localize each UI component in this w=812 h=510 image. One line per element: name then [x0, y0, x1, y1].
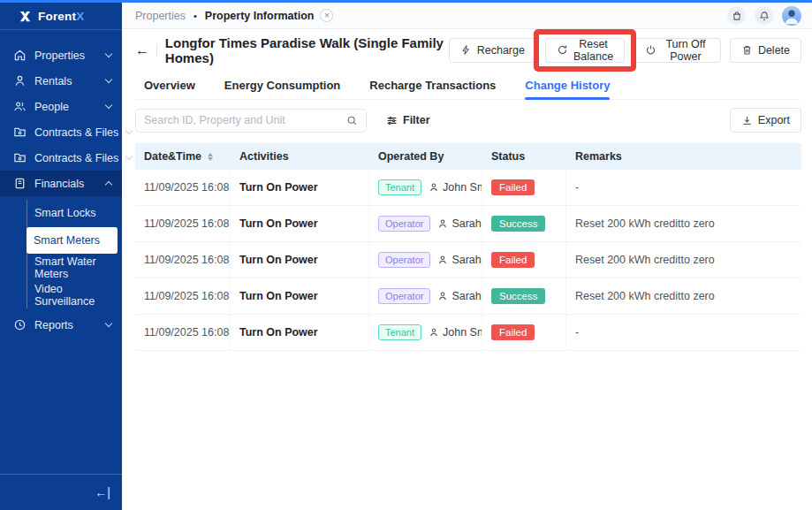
sidebar-item-label: Reports — [34, 319, 98, 331]
sidebar-item-reports[interactable]: Reports — [0, 312, 122, 338]
role-badge: Operator — [378, 252, 430, 268]
bell-icon[interactable] — [755, 6, 773, 25]
cell-status: Failed — [482, 170, 566, 205]
collapse-sidebar-icon[interactable]: ←| — [95, 485, 110, 499]
cell-datetime: 11/09/2025 16:08:01 — [135, 170, 231, 205]
operator-name: Sarah Wilson — [452, 254, 482, 266]
subitem-label: Smart Locks — [34, 207, 95, 219]
sidebar-subitem-smart-locks[interactable]: Smart Locks — [27, 200, 118, 226]
sidebar-subitem-smart-meters[interactable]: Smart Meters — [27, 227, 118, 254]
table-row[interactable]: 11/09/2025 16:08:01 Turn On Power Tenant… — [135, 315, 801, 351]
turn-off-power-button[interactable]: Turn Off Power — [634, 38, 721, 63]
role-badge: Operator — [378, 216, 430, 232]
cell-activity: Turn On Power — [231, 278, 369, 314]
reset-balance-wrapper: Reset Balance — [545, 38, 625, 63]
tab-label: Recharge Transactions — [369, 79, 496, 92]
tab-energy-consumption[interactable]: Energy Consumption — [224, 71, 340, 99]
person-icon — [13, 74, 27, 88]
chevron-up-icon — [105, 181, 112, 188]
status-badge: Success — [491, 216, 545, 232]
chevron-down-icon — [105, 102, 112, 109]
status-badge: Failed — [491, 179, 535, 195]
cell-operated-by: Operator Sarah Wilson — [369, 206, 482, 241]
breadcrumb-separator: • — [194, 11, 197, 21]
top-accent-line — [0, 0, 812, 3]
app-window: ForentX Properties Rentals — [0, 0, 812, 510]
sidebar-item-contracts-files-2[interactable]: Contracts & Files — [0, 145, 122, 171]
cell-datetime: 11/09/2025 16:08:01 — [135, 278, 231, 314]
person-icon — [437, 255, 448, 265]
sidebar-item-properties[interactable]: Properties — [0, 42, 122, 68]
sort-icon[interactable] — [208, 153, 213, 161]
sidebar-item-label: Contracts & Files — [34, 152, 118, 164]
sidebar-item-label: Properties — [34, 49, 98, 62]
toolbar: Filter Export — [135, 108, 801, 133]
export-button-label: Export — [758, 114, 790, 126]
reset-balance-button-label: Reset Balance — [573, 38, 613, 63]
column-header-activities: Activities — [231, 150, 369, 163]
back-arrow-icon[interactable]: ← — [135, 42, 149, 58]
subitem-label: Video Surveillance — [34, 283, 118, 308]
column-header-datetime[interactable]: Date&Time — [135, 150, 231, 163]
operator-name: John Smith — [443, 326, 482, 339]
sidebar-item-label: People — [34, 101, 98, 113]
table-row[interactable]: 11/09/2025 16:08:01 Turn On Power Operat… — [135, 242, 801, 278]
download-icon — [741, 115, 753, 126]
breadcrumb-active-tab[interactable]: Property Information — [205, 10, 315, 22]
breadcrumb-root[interactable]: Properties — [135, 10, 186, 22]
cell-status: Success — [482, 278, 566, 314]
cell-remarks: - — [566, 170, 801, 205]
sidebar-subitem-video-surveillance[interactable]: Video Surveillance — [27, 282, 118, 308]
cell-operated-by: Operator Sarah Wilson — [369, 242, 482, 278]
cell-operated-by: Tenant John Smith — [369, 315, 482, 350]
sidebar-subitem-smart-water-meters[interactable]: Smart Water Meters — [27, 255, 118, 281]
tab-change-history[interactable]: Change History — [525, 71, 610, 99]
reset-balance-button[interactable]: Reset Balance — [545, 38, 625, 63]
search-icon[interactable] — [346, 115, 358, 126]
role-badge: Tenant — [378, 179, 421, 195]
tab-recharge-transactions[interactable]: Recharge Transactions — [369, 71, 496, 99]
clock-icon — [13, 318, 27, 331]
sidebar-item-label: Rentals — [34, 75, 98, 88]
person-icon — [437, 291, 448, 301]
delete-button[interactable]: Delete — [730, 38, 801, 63]
people-icon — [13, 100, 27, 113]
table-row[interactable]: 11/09/2025 16:08:01 Turn On Power Operat… — [135, 278, 801, 315]
sidebar-item-people[interactable]: People — [0, 94, 122, 119]
turn-off-power-button-label: Turn Off Power — [662, 38, 710, 63]
bag-icon[interactable] — [727, 6, 746, 25]
user-avatar[interactable] — [782, 6, 801, 26]
tab-label: Overview — [144, 79, 195, 92]
role-badge: Operator — [378, 288, 430, 304]
export-button[interactable]: Export — [730, 108, 801, 133]
cell-activity: Turn On Power — [231, 206, 369, 241]
sidebar-item-financials[interactable]: Financials — [0, 171, 122, 196]
tab-label: Energy Consumption — [224, 79, 340, 92]
topbar: Properties • Property Information × — [122, 0, 812, 29]
table-row[interactable]: 11/09/2025 16:08:01 Turn On Power Operat… — [135, 206, 801, 242]
page-title: Longfor Times Paradise Walk (Single Fami… — [165, 35, 449, 65]
chevron-down-icon — [105, 320, 112, 327]
cell-activity: Turn On Power — [231, 170, 369, 205]
header-actions: Recharge Reset Balance — [449, 38, 801, 63]
tab-overview[interactable]: Overview — [144, 71, 195, 99]
close-tab-icon[interactable]: × — [320, 9, 333, 22]
cell-status: Failed — [482, 315, 566, 350]
tab-bar: Overview Energy Consumption Recharge Tra… — [135, 71, 801, 100]
search-input[interactable] — [144, 114, 346, 126]
table-row[interactable]: 11/09/2025 16:08:01 Turn On Power Tenant… — [135, 170, 801, 206]
column-header-remarks: Remarks — [566, 150, 801, 163]
subitem-label: Smart Water Meters — [34, 255, 118, 280]
brand-x-icon — [19, 10, 32, 23]
operator-name: Sarah Wilson — [452, 290, 482, 302]
brand-name: ForentX — [38, 10, 84, 23]
filter-button[interactable]: Filter — [386, 114, 430, 126]
subitem-label: Smart Meters — [34, 234, 100, 247]
sidebar-item-contracts-files-1[interactable]: Contracts & Files — [0, 119, 122, 145]
sidebar-item-rentals[interactable]: Rentals — [0, 68, 122, 94]
person-icon — [429, 327, 439, 338]
cell-remarks: - — [566, 315, 801, 350]
recharge-button[interactable]: Recharge — [449, 38, 536, 63]
sidebar-collapse-bar: ←| — [0, 474, 122, 510]
operator-name: Sarah Wilson — [452, 217, 482, 230]
